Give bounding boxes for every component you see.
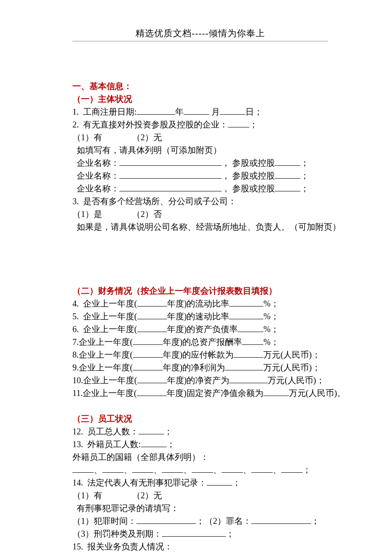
q2-text: 2. 有无直接对外投资参股及控股的企业： [72,120,228,129]
q9-val-blank[interactable] [225,361,263,370]
q14-crime-blank[interactable] [251,515,311,524]
q1-month-blank[interactable] [184,105,209,115]
q11-year-blank[interactable] [137,387,167,396]
q4-a: 4. 企业上一年度( [72,299,137,308]
q7: 7.企业上一年度(年度)的总资产报酬率%； [72,335,328,348]
q4-val-blank[interactable] [229,297,263,306]
q6: 6. 企业上一年度(年度)的资产负债率%； [72,323,328,335]
q5-b: 年度)的速动比率 [167,312,230,321]
gap [72,233,328,284]
q1-day-blank[interactable] [220,105,245,115]
q13-blank[interactable] [141,438,167,447]
q13-note: 外籍员工的国籍（全部具体列明）： [72,451,328,463]
ent3-type-blank[interactable] [275,182,300,191]
q7-year-blank[interactable] [133,335,163,345]
nat-blank[interactable] [72,463,94,473]
q3-options: （1）是 （2）否 [72,208,328,220]
q10-a: 10.企业上一年度( [72,376,137,385]
q1-prefix: 1. 工商注册日期: [72,107,137,116]
q2-blank[interactable] [228,118,249,127]
sep: 、 [273,465,281,474]
q15-name-blank[interactable] [98,553,124,555]
enterprise-row-3: 企业名称：， 参股或控股； [72,182,328,195]
q7-a: 7.企业上一年度( [72,337,133,347]
q7-pct: %； [263,337,279,347]
q7-b: 年度)的总资产报酬率 [163,337,242,347]
sep: 、 [213,465,222,474]
sep: 、 [124,465,132,474]
q13: 13. 外籍员工人数:； [72,438,328,451]
q10-year-blank[interactable] [137,374,167,383]
sep: 、 [94,465,102,474]
q14-time-blank[interactable] [136,515,196,524]
q7-val-blank[interactable] [242,335,263,345]
nat-blank[interactable] [222,463,243,473]
q10-b: 年度)的净资产为 [167,376,230,385]
q1-year: 年 [175,107,184,116]
nat-blank[interactable] [192,463,213,473]
q8-year-blank[interactable] [133,348,163,358]
q14-2-tail: ； [311,516,320,526]
q8: 8.企业上一年度(年度)的应付帐款为万元(人民币)； [72,348,328,361]
q14-penalty-blank[interactable] [162,527,226,537]
nat-blank[interactable] [281,463,303,473]
ent2-name-blank[interactable] [119,169,222,179]
q9-unit: 万元(人民币)； [263,363,320,372]
spacer [102,133,132,142]
q12: 12. 员工总人数：； [72,425,328,438]
q6-year-blank[interactable] [137,323,167,332]
nat-blank[interactable] [162,463,183,473]
q15-nat-blank[interactable] [166,553,192,555]
ent3-name-blank[interactable] [119,182,222,191]
ent-tail: ； [300,158,309,168]
q9-year-blank[interactable] [133,361,163,370]
q2-opt-yes: （1）有 [72,133,102,142]
q14-blank[interactable] [207,476,232,486]
q6-val-blank[interactable] [238,323,263,332]
spacer [102,209,132,219]
semi: ； [167,439,175,449]
q8-a: 8.企业上一年度( [72,350,133,359]
gap [72,399,328,412]
sep: 、 [243,465,251,474]
q11-val-blank[interactable] [263,387,289,396]
ent-label: 企业名称： [72,171,119,180]
q9-b: 年度)的净利润为 [163,363,225,372]
ent1-name-blank[interactable] [119,156,222,166]
q12-blank[interactable] [138,425,164,434]
q6-b: 年度)的资产负债率 [167,324,238,334]
q1-year-blank[interactable] [137,105,175,115]
q3: 3. 是否有多个经营场所、分公司或子公司： [72,195,328,208]
q11-a: 11.企业上一年度( [72,388,137,398]
nationality-blanks: 、、、、、、、； [72,463,328,476]
q14-3: （3）刑罚种类及刑期： [72,529,162,538]
q14-note: 有刑事犯罪记录的请填写： [72,502,328,515]
q10-val-blank[interactable] [229,374,268,383]
q2-note: 如填写有，请具体列明（可添加附页） [72,144,328,156]
q9-a: 9.企业上一年度( [72,363,133,372]
q4-year-blank[interactable] [137,297,167,306]
q5-year-blank[interactable] [137,310,167,319]
q6-pct: %； [263,324,279,334]
q9: 9.企业上一年度(年度)的净利润为万元(人民币)； [72,361,328,374]
sep: 、 [153,465,162,474]
spacer [102,491,132,500]
q8-val-blank[interactable] [233,348,263,358]
ent1-type-blank[interactable] [275,156,300,166]
q15: 15. 报关业务负责人情况： [72,540,328,553]
q1-month: 月 [209,107,220,116]
q5-val-blank[interactable] [229,310,263,319]
subsection-3-title: （三）员工状况 [72,412,328,425]
q14-2: ；（2）罪名： [196,516,251,526]
nat-blank[interactable] [132,463,153,473]
sep: 、 [183,465,192,474]
section-1-title: 一、基本信息： [72,80,328,92]
nat-blank[interactable] [251,463,273,473]
ent-label: 企业名称： [72,184,119,193]
ent2-type-blank[interactable] [275,169,300,179]
ent-label: 企业名称： [72,158,119,168]
document-page: 精选优质文档-----倾情为你奉上 一、基本信息： （一）主体状况 1. 工商注… [0,0,392,555]
q2-options: （1）有 （2）无 [72,131,328,144]
q12-text: 12. 员工总人数： [72,427,138,436]
nat-blank[interactable] [102,463,124,473]
